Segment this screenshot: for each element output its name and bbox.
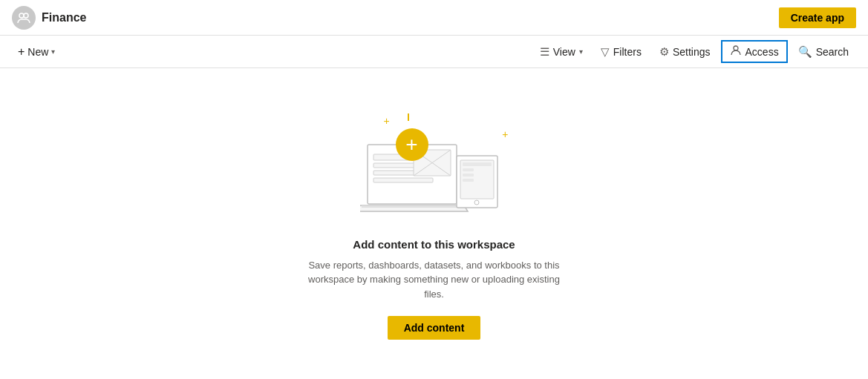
workspace-title: Finance (42, 11, 86, 24)
search-button[interactable]: 🔍 Search (791, 42, 856, 62)
chevron-down-icon: ▾ (51, 47, 55, 56)
svg-rect-11 (362, 205, 463, 208)
toolbar-right: ☰ View ▾ ▽ Filters ⚙ Settings Access 🔍 S… (532, 40, 856, 63)
filters-button[interactable]: ▽ Filters (593, 42, 649, 62)
svg-rect-16 (463, 174, 474, 177)
main-content: + + + (0, 68, 868, 379)
svg-point-2 (734, 46, 738, 50)
svg-point-1 (24, 13, 28, 18)
svg-point-0 (19, 13, 24, 18)
new-label: New (27, 46, 48, 58)
view-button[interactable]: ☰ View ▾ (532, 42, 590, 62)
access-button[interactable]: Access (721, 40, 788, 63)
search-label: Search (816, 46, 849, 58)
create-app-button[interactable]: Create app (779, 7, 856, 28)
view-icon: ☰ (540, 45, 549, 59)
settings-label: Settings (673, 46, 711, 58)
view-label: View (553, 46, 575, 58)
plus-icon-circle: + (405, 134, 417, 155)
search-icon: 🔍 (798, 45, 812, 59)
illustration: + + + (353, 108, 516, 226)
content-title: Add content to this workspace (353, 238, 515, 251)
svg-rect-17 (463, 179, 474, 182)
decoration-plus-tl: + (384, 115, 390, 127)
decoration-line-v (408, 113, 409, 121)
toolbar-left: + New ▾ (12, 42, 532, 62)
add-content-button[interactable]: Add content (388, 316, 481, 340)
workspace-icon (12, 6, 36, 30)
settings-icon: ⚙ (659, 45, 669, 59)
chevron-down-icon: ▾ (579, 47, 583, 56)
access-label: Access (745, 46, 779, 58)
plus-icon: + (18, 45, 25, 59)
person-icon (730, 45, 742, 59)
new-button[interactable]: + New ▾ (12, 42, 61, 62)
svg-rect-15 (463, 168, 474, 171)
content-description: Save reports, dashboards, datasets, and … (308, 258, 561, 302)
laptop-illustration (360, 141, 509, 223)
svg-rect-14 (463, 162, 492, 166)
toolbar: + New ▾ ☰ View ▾ ▽ Filters ⚙ Settings Ac (0, 36, 868, 68)
filter-icon: ▽ (601, 45, 610, 59)
filters-label: Filters (613, 46, 642, 58)
header: Finance Create app (0, 0, 868, 36)
svg-rect-7 (373, 178, 433, 182)
settings-button[interactable]: ⚙ Settings (652, 42, 718, 62)
decoration-plus-tr: + (502, 128, 508, 140)
add-content-circle: + (396, 128, 428, 161)
header-left: Finance (12, 6, 779, 30)
